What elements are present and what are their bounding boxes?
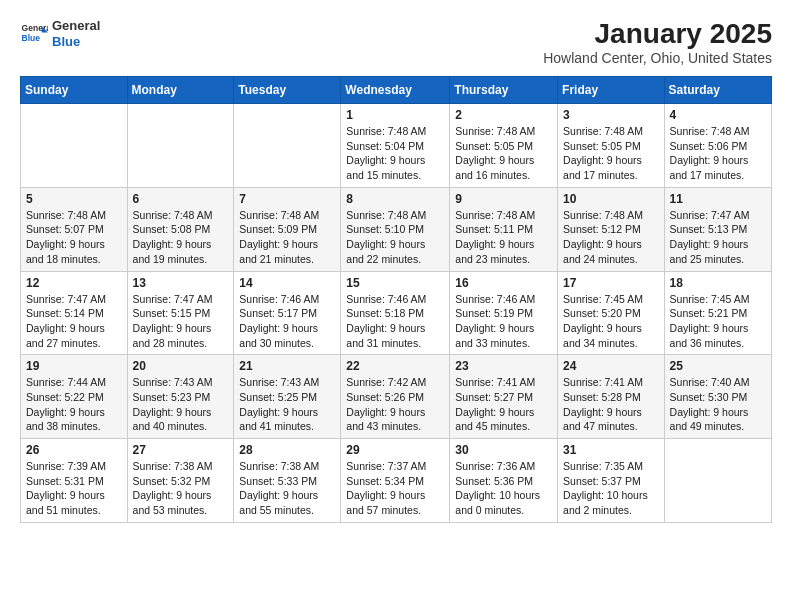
calendar-subtitle: Howland Center, Ohio, United States xyxy=(543,50,772,66)
calendar-cell: 8Sunrise: 7:48 AM Sunset: 5:10 PM Daylig… xyxy=(341,187,450,271)
day-info: Sunrise: 7:43 AM Sunset: 5:25 PM Dayligh… xyxy=(239,375,335,434)
day-number: 11 xyxy=(670,192,766,206)
day-header-friday: Friday xyxy=(558,77,665,104)
day-number: 5 xyxy=(26,192,122,206)
day-info: Sunrise: 7:39 AM Sunset: 5:31 PM Dayligh… xyxy=(26,459,122,518)
calendar-cell xyxy=(664,439,771,523)
calendar-cell xyxy=(234,104,341,188)
calendar-cell: 22Sunrise: 7:42 AM Sunset: 5:26 PM Dayli… xyxy=(341,355,450,439)
calendar-cell: 2Sunrise: 7:48 AM Sunset: 5:05 PM Daylig… xyxy=(450,104,558,188)
day-info: Sunrise: 7:35 AM Sunset: 5:37 PM Dayligh… xyxy=(563,459,659,518)
week-row-5: 26Sunrise: 7:39 AM Sunset: 5:31 PM Dayli… xyxy=(21,439,772,523)
day-info: Sunrise: 7:48 AM Sunset: 5:08 PM Dayligh… xyxy=(133,208,229,267)
day-info: Sunrise: 7:44 AM Sunset: 5:22 PM Dayligh… xyxy=(26,375,122,434)
calendar-cell: 1Sunrise: 7:48 AM Sunset: 5:04 PM Daylig… xyxy=(341,104,450,188)
day-number: 17 xyxy=(563,276,659,290)
calendar-cell: 13Sunrise: 7:47 AM Sunset: 5:15 PM Dayli… xyxy=(127,271,234,355)
calendar-cell: 10Sunrise: 7:48 AM Sunset: 5:12 PM Dayli… xyxy=(558,187,665,271)
logo-icon: General Blue xyxy=(20,20,48,48)
calendar-cell: 29Sunrise: 7:37 AM Sunset: 5:34 PM Dayli… xyxy=(341,439,450,523)
day-header-saturday: Saturday xyxy=(664,77,771,104)
calendar-cell: 5Sunrise: 7:48 AM Sunset: 5:07 PM Daylig… xyxy=(21,187,128,271)
day-number: 22 xyxy=(346,359,444,373)
calendar-cell: 31Sunrise: 7:35 AM Sunset: 5:37 PM Dayli… xyxy=(558,439,665,523)
calendar-cell: 18Sunrise: 7:45 AM Sunset: 5:21 PM Dayli… xyxy=(664,271,771,355)
day-number: 4 xyxy=(670,108,766,122)
day-number: 7 xyxy=(239,192,335,206)
calendar-cell: 15Sunrise: 7:46 AM Sunset: 5:18 PM Dayli… xyxy=(341,271,450,355)
calendar-cell: 23Sunrise: 7:41 AM Sunset: 5:27 PM Dayli… xyxy=(450,355,558,439)
calendar-cell: 14Sunrise: 7:46 AM Sunset: 5:17 PM Dayli… xyxy=(234,271,341,355)
day-number: 13 xyxy=(133,276,229,290)
day-number: 2 xyxy=(455,108,552,122)
day-number: 24 xyxy=(563,359,659,373)
day-info: Sunrise: 7:46 AM Sunset: 5:17 PM Dayligh… xyxy=(239,292,335,351)
calendar-cell: 30Sunrise: 7:36 AM Sunset: 5:36 PM Dayli… xyxy=(450,439,558,523)
calendar-cell: 25Sunrise: 7:40 AM Sunset: 5:30 PM Dayli… xyxy=(664,355,771,439)
day-number: 18 xyxy=(670,276,766,290)
day-info: Sunrise: 7:36 AM Sunset: 5:36 PM Dayligh… xyxy=(455,459,552,518)
day-number: 20 xyxy=(133,359,229,373)
day-info: Sunrise: 7:47 AM Sunset: 5:15 PM Dayligh… xyxy=(133,292,229,351)
day-info: Sunrise: 7:45 AM Sunset: 5:21 PM Dayligh… xyxy=(670,292,766,351)
calendar-cell: 11Sunrise: 7:47 AM Sunset: 5:13 PM Dayli… xyxy=(664,187,771,271)
day-info: Sunrise: 7:41 AM Sunset: 5:27 PM Dayligh… xyxy=(455,375,552,434)
calendar-cell: 3Sunrise: 7:48 AM Sunset: 5:05 PM Daylig… xyxy=(558,104,665,188)
day-info: Sunrise: 7:42 AM Sunset: 5:26 PM Dayligh… xyxy=(346,375,444,434)
day-number: 8 xyxy=(346,192,444,206)
day-info: Sunrise: 7:48 AM Sunset: 5:05 PM Dayligh… xyxy=(563,124,659,183)
day-number: 29 xyxy=(346,443,444,457)
day-info: Sunrise: 7:37 AM Sunset: 5:34 PM Dayligh… xyxy=(346,459,444,518)
day-number: 27 xyxy=(133,443,229,457)
day-number: 31 xyxy=(563,443,659,457)
calendar-cell: 4Sunrise: 7:48 AM Sunset: 5:06 PM Daylig… xyxy=(664,104,771,188)
day-number: 1 xyxy=(346,108,444,122)
day-number: 19 xyxy=(26,359,122,373)
calendar-cell: 6Sunrise: 7:48 AM Sunset: 5:08 PM Daylig… xyxy=(127,187,234,271)
week-row-1: 1Sunrise: 7:48 AM Sunset: 5:04 PM Daylig… xyxy=(21,104,772,188)
logo-blue-text: Blue xyxy=(52,34,100,50)
day-info: Sunrise: 7:48 AM Sunset: 5:09 PM Dayligh… xyxy=(239,208,335,267)
day-number: 14 xyxy=(239,276,335,290)
calendar-cell: 19Sunrise: 7:44 AM Sunset: 5:22 PM Dayli… xyxy=(21,355,128,439)
day-info: Sunrise: 7:48 AM Sunset: 5:05 PM Dayligh… xyxy=(455,124,552,183)
week-row-2: 5Sunrise: 7:48 AM Sunset: 5:07 PM Daylig… xyxy=(21,187,772,271)
calendar-table: SundayMondayTuesdayWednesdayThursdayFrid… xyxy=(20,76,772,523)
title-block: January 2025 Howland Center, Ohio, Unite… xyxy=(543,18,772,66)
day-info: Sunrise: 7:41 AM Sunset: 5:28 PM Dayligh… xyxy=(563,375,659,434)
calendar-cell: 27Sunrise: 7:38 AM Sunset: 5:32 PM Dayli… xyxy=(127,439,234,523)
svg-text:Blue: Blue xyxy=(22,33,41,43)
day-info: Sunrise: 7:48 AM Sunset: 5:04 PM Dayligh… xyxy=(346,124,444,183)
day-info: Sunrise: 7:48 AM Sunset: 5:10 PM Dayligh… xyxy=(346,208,444,267)
day-info: Sunrise: 7:48 AM Sunset: 5:11 PM Dayligh… xyxy=(455,208,552,267)
day-header-wednesday: Wednesday xyxy=(341,77,450,104)
day-number: 9 xyxy=(455,192,552,206)
calendar-cell xyxy=(21,104,128,188)
week-row-3: 12Sunrise: 7:47 AM Sunset: 5:14 PM Dayli… xyxy=(21,271,772,355)
day-number: 3 xyxy=(563,108,659,122)
calendar-cell: 21Sunrise: 7:43 AM Sunset: 5:25 PM Dayli… xyxy=(234,355,341,439)
logo-general-text: General xyxy=(52,18,100,34)
day-number: 23 xyxy=(455,359,552,373)
calendar-cell: 26Sunrise: 7:39 AM Sunset: 5:31 PM Dayli… xyxy=(21,439,128,523)
day-info: Sunrise: 7:38 AM Sunset: 5:33 PM Dayligh… xyxy=(239,459,335,518)
day-number: 12 xyxy=(26,276,122,290)
day-info: Sunrise: 7:43 AM Sunset: 5:23 PM Dayligh… xyxy=(133,375,229,434)
calendar-title: January 2025 xyxy=(543,18,772,50)
calendar-cell: 9Sunrise: 7:48 AM Sunset: 5:11 PM Daylig… xyxy=(450,187,558,271)
day-info: Sunrise: 7:46 AM Sunset: 5:18 PM Dayligh… xyxy=(346,292,444,351)
day-info: Sunrise: 7:45 AM Sunset: 5:20 PM Dayligh… xyxy=(563,292,659,351)
header: General Blue General Blue January 2025 H… xyxy=(20,18,772,66)
week-row-4: 19Sunrise: 7:44 AM Sunset: 5:22 PM Dayli… xyxy=(21,355,772,439)
day-number: 30 xyxy=(455,443,552,457)
day-header-monday: Monday xyxy=(127,77,234,104)
calendar-cell: 28Sunrise: 7:38 AM Sunset: 5:33 PM Dayli… xyxy=(234,439,341,523)
calendar-cell: 16Sunrise: 7:46 AM Sunset: 5:19 PM Dayli… xyxy=(450,271,558,355)
day-info: Sunrise: 7:46 AM Sunset: 5:19 PM Dayligh… xyxy=(455,292,552,351)
calendar-header-row: SundayMondayTuesdayWednesdayThursdayFrid… xyxy=(21,77,772,104)
day-number: 6 xyxy=(133,192,229,206)
day-number: 25 xyxy=(670,359,766,373)
page: General Blue General Blue January 2025 H… xyxy=(0,0,792,541)
day-number: 28 xyxy=(239,443,335,457)
day-info: Sunrise: 7:48 AM Sunset: 5:07 PM Dayligh… xyxy=(26,208,122,267)
